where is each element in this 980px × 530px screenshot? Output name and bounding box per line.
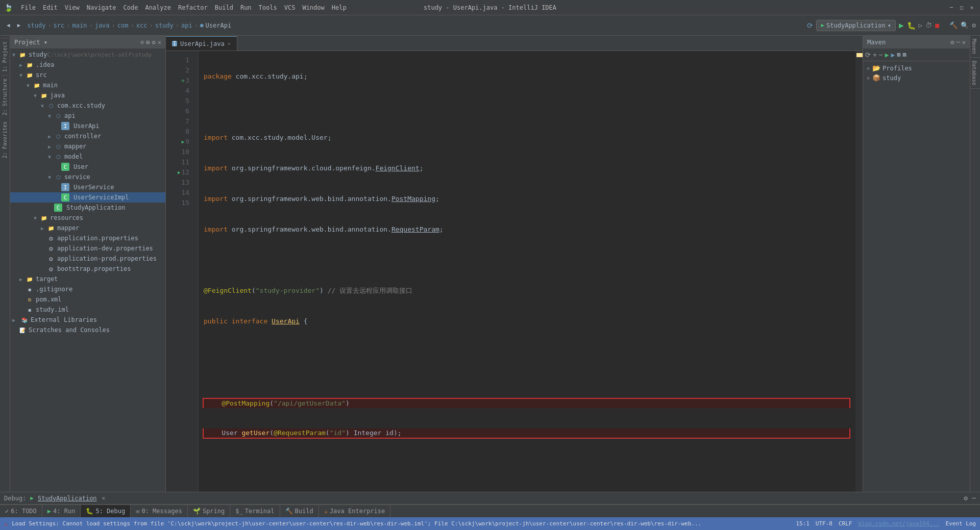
tab-todo[interactable]: ✓ 6: TODO bbox=[0, 505, 42, 517]
menu-file[interactable]: File bbox=[18, 3, 39, 12]
maximize-btn[interactable]: □ bbox=[958, 4, 966, 12]
maven-refresh-btn[interactable]: ⟳ bbox=[865, 51, 871, 59]
tab-java-enterprise[interactable]: ☕ Java Enterprise bbox=[319, 505, 391, 517]
maven-study[interactable]: ▶ 📦 study bbox=[865, 73, 968, 83]
menu-view[interactable]: View bbox=[62, 3, 83, 12]
maven-settings-btn[interactable]: ⚙ bbox=[950, 39, 954, 46]
search-everywhere-icon[interactable]: ⟳ bbox=[807, 21, 813, 30]
bc-java[interactable]: java bbox=[95, 22, 110, 29]
menu-code[interactable]: Code bbox=[120, 3, 141, 12]
tree-idea[interactable]: ▶ 📁 .idea bbox=[10, 60, 165, 70]
tree-resources[interactable]: ▼ 📁 resources bbox=[10, 213, 165, 223]
status-encoding[interactable]: UTF-8 bbox=[816, 520, 832, 527]
tree-file-userservice[interactable]: I UserService bbox=[10, 182, 165, 192]
tab-userapi[interactable]: I UserApi.java ✕ bbox=[166, 36, 237, 51]
tab-terminal[interactable]: $_ Terminal bbox=[230, 505, 280, 517]
maven-run-btn[interactable]: ▶ bbox=[885, 51, 889, 59]
menu-run[interactable]: Run bbox=[237, 3, 255, 12]
close-sidebar-btn[interactable]: ✕ bbox=[158, 39, 161, 46]
forward-btn[interactable]: ▶ bbox=[15, 20, 23, 30]
tree-gitignore[interactable]: ◼ .gitignore bbox=[10, 284, 165, 294]
run-button[interactable]: ▶ bbox=[899, 20, 904, 30]
close-btn[interactable]: ✕ bbox=[968, 4, 976, 12]
maven-profiles[interactable]: ▶ 📂 Profiles bbox=[865, 63, 968, 73]
tree-pkg-model[interactable]: ▼ ⬡ model bbox=[10, 152, 165, 162]
search-btn[interactable]: 🔍 bbox=[961, 21, 969, 29]
build-btn[interactable]: 🔨 bbox=[949, 21, 958, 29]
tab-close-btn[interactable]: ✕ bbox=[228, 41, 231, 46]
tree-pkg-api[interactable]: ▼ ⬡ api bbox=[10, 111, 165, 121]
tree-app-props[interactable]: ⚙ application.properties bbox=[10, 233, 165, 243]
status-info-link[interactable]: blog.csdn.net/java194... bbox=[858, 520, 939, 527]
tree-scratches[interactable]: 📝 Scratches and Consoles bbox=[10, 325, 165, 335]
tree-pkg-controller[interactable]: ▶ ⬡ controller bbox=[10, 131, 165, 141]
bc-api[interactable]: api bbox=[181, 22, 192, 29]
stop-btn[interactable]: ■ bbox=[935, 21, 939, 29]
tree-root-study[interactable]: ▼ 📁 study C:\sckj\work\project-self\stud… bbox=[10, 49, 165, 60]
tree-src[interactable]: ▼ 📁 src bbox=[10, 70, 165, 80]
run-gutter-icon2[interactable]: ▶ bbox=[178, 167, 180, 178]
status-line-sep[interactable]: CRLF bbox=[839, 520, 852, 527]
tree-pkg-mapper[interactable]: ▶ ⬡ mapper bbox=[10, 141, 165, 152]
debug-minimize-btn[interactable]: ─ bbox=[972, 494, 976, 502]
locate-file-btn[interactable]: ⊙ bbox=[140, 39, 144, 46]
tree-external-libs[interactable]: ▶ 📚 External Libraries bbox=[10, 315, 165, 325]
debug-session-name[interactable]: StudyApplication bbox=[38, 495, 97, 502]
tree-bootstrap-props[interactable]: ⚙ bootstrap.properties bbox=[10, 264, 165, 274]
bc-main[interactable]: main bbox=[72, 22, 87, 29]
run-config-selector[interactable]: ▶ StudyApplication ▾ bbox=[816, 20, 895, 31]
menu-refactor[interactable]: Refactor bbox=[175, 3, 211, 12]
tree-app-prod-props[interactable]: ⚙ application-prod.properties bbox=[10, 254, 165, 264]
maven-add-btn[interactable]: + bbox=[873, 51, 877, 59]
tree-app-dev-props[interactable]: ⚙ application-dev.properties bbox=[10, 243, 165, 254]
bc-study2[interactable]: study bbox=[155, 22, 174, 29]
bc-com[interactable]: com bbox=[117, 22, 129, 29]
tab-messages[interactable]: ✉ 0: Messages bbox=[131, 505, 188, 517]
favorites-tab[interactable]: 2: Favorites bbox=[1, 118, 9, 161]
minimize-btn[interactable]: ─ bbox=[947, 4, 955, 12]
tab-build[interactable]: 🔨 Build bbox=[280, 505, 319, 517]
menu-vcs[interactable]: VCS bbox=[281, 3, 299, 12]
settings-sidebar-btn[interactable]: ⚙ bbox=[152, 39, 156, 46]
bc-src[interactable]: src bbox=[54, 22, 65, 29]
tree-pom[interactable]: m pom.xml bbox=[10, 294, 165, 305]
code-editor[interactable]: package com.xcc.study.api; import com.xc… bbox=[199, 51, 855, 492]
expand-btn[interactable]: ⊞ bbox=[146, 39, 150, 46]
project-tab[interactable]: 1: Project bbox=[1, 38, 9, 75]
maven-close-btn[interactable]: ✕ bbox=[962, 39, 966, 46]
debug-settings-btn[interactable]: ⚙ bbox=[964, 494, 968, 502]
tree-iml[interactable]: ◼ study.iml bbox=[10, 305, 165, 315]
tree-file-userserviceimpl[interactable]: C UserServiceImpl bbox=[10, 192, 165, 203]
status-position[interactable]: 15:1 bbox=[796, 520, 810, 527]
tree-target[interactable]: ▶ 📁 target bbox=[10, 274, 165, 284]
profile-btn[interactable]: ⏱ bbox=[925, 21, 932, 29]
menu-analyze[interactable]: Analyze bbox=[142, 3, 174, 12]
tree-mapper-folder[interactable]: ▶ 📁 mapper bbox=[10, 223, 165, 233]
menu-edit[interactable]: Edit bbox=[40, 3, 61, 12]
menu-window[interactable]: Window bbox=[299, 3, 327, 12]
tree-java[interactable]: ▼ 📁 java bbox=[10, 90, 165, 100]
maven-remove-btn[interactable]: − bbox=[879, 51, 883, 59]
maven-minimize-btn[interactable]: ─ bbox=[957, 39, 960, 46]
tree-file-studyapp[interactable]: C StudyApplication bbox=[10, 203, 165, 213]
structure-tab[interactable]: 2: Structure bbox=[1, 75, 9, 118]
collapse-icon[interactable]: ⊖ bbox=[182, 75, 184, 86]
database-side-tab[interactable]: Database bbox=[970, 58, 980, 89]
coverage-btn[interactable]: ▷ bbox=[919, 21, 923, 29]
tree-main[interactable]: ▼ 📁 main bbox=[10, 80, 165, 90]
maven-run-debug-btn[interactable]: ▶ bbox=[891, 51, 895, 59]
debug-button[interactable]: 🐛 bbox=[907, 21, 916, 30]
tab-debug[interactable]: 🐛 5: Debug bbox=[81, 505, 131, 517]
settings-btn[interactable]: ⚙ bbox=[972, 21, 976, 29]
tree-pkg-service[interactable]: ▼ ⬡ service bbox=[10, 172, 165, 182]
menu-build[interactable]: Build bbox=[212, 3, 236, 12]
run-gutter-icon[interactable]: ▶ bbox=[182, 137, 184, 147]
tab-spring[interactable]: 🌱 Spring bbox=[188, 505, 230, 517]
tree-file-userapi[interactable]: I UserApi bbox=[10, 121, 165, 131]
tab-run[interactable]: ▶ 4: Run bbox=[42, 505, 81, 517]
tree-pkg-com-xcc-study[interactable]: ▼ ⬡ com.xcc.study bbox=[10, 100, 165, 111]
bc-study[interactable]: study bbox=[27, 22, 45, 29]
maven-side-tab[interactable]: Maven bbox=[970, 36, 980, 58]
back-btn[interactable]: ◀ bbox=[4, 20, 13, 30]
menu-tools[interactable]: Tools bbox=[256, 3, 280, 12]
